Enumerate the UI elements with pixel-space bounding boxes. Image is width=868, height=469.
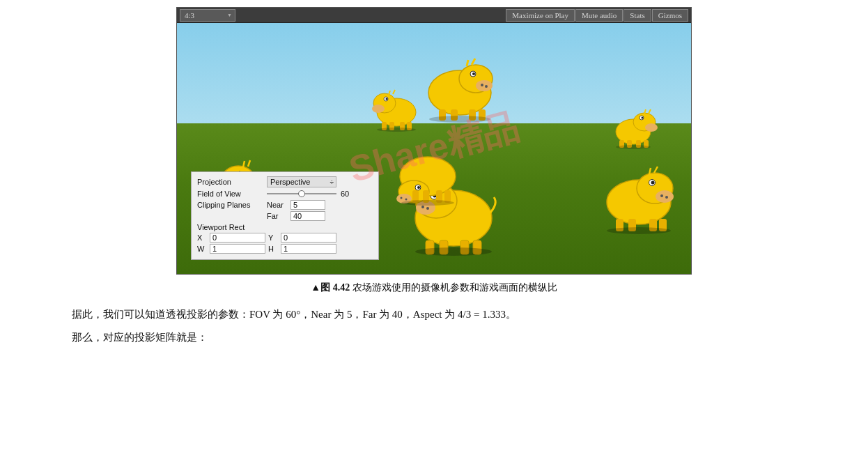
svg-point-28 — [429, 116, 490, 123]
far-input[interactable]: 40 — [290, 211, 325, 221]
svg-point-69 — [656, 190, 674, 203]
projection-label: Projection — [197, 178, 267, 186]
svg-point-19 — [472, 72, 475, 75]
svg-point-92 — [616, 145, 651, 149]
svg-line-23 — [472, 59, 475, 65]
svg-point-80 — [607, 227, 671, 234]
viewport-xy-row: X 0 Y 0 — [197, 233, 373, 243]
svg-line-87 — [649, 109, 651, 114]
stats-button[interactable]: Stats — [623, 9, 651, 22]
svg-point-48 — [400, 197, 402, 199]
fov-label: Field of View — [197, 190, 267, 198]
svg-point-59 — [386, 98, 388, 100]
svg-point-66 — [377, 128, 416, 132]
gizmos-button[interactable]: Gizmos — [652, 9, 688, 22]
aspect-ratio-dropdown[interactable]: 4:3 — [180, 9, 235, 22]
near-value: 5 — [293, 201, 297, 209]
svg-point-20 — [481, 84, 483, 86]
viewport-rect-section: Viewport Rect X 0 Y 0 W — [197, 223, 373, 254]
animal-right — [600, 159, 677, 232]
far-value: 40 — [293, 212, 302, 220]
near-input[interactable]: 5 — [290, 200, 325, 210]
svg-point-57 — [372, 105, 385, 113]
viewport-wh-row: W 1 H 1 — [197, 244, 373, 254]
svg-point-85 — [642, 117, 644, 119]
y-input[interactable]: 0 — [281, 233, 336, 243]
animal-center-mid — [393, 141, 463, 204]
w-value: 1 — [212, 245, 217, 253]
svg-point-5 — [421, 206, 424, 208]
x-input[interactable]: 0 — [210, 233, 265, 243]
clipping-label: Clipping Planes — [197, 201, 267, 209]
animal-far-right — [611, 107, 656, 148]
y-label: Y — [268, 233, 278, 242]
caption-prefix: ▲图 4.42 — [311, 282, 350, 293]
fov-slider[interactable] — [267, 190, 336, 198]
aspect-ratio-value: 4:3 — [185, 11, 194, 20]
projection-row: Projection Perspective — [197, 176, 373, 187]
toolbar-right: Maximize on Play Mute audio Stats Gizmos — [506, 9, 688, 22]
svg-point-83 — [645, 123, 658, 132]
w-input[interactable]: 1 — [210, 244, 265, 254]
svg-line-60 — [389, 91, 390, 95]
h-label: H — [268, 245, 278, 253]
figure-caption: ▲图 4.42 农场游戏使用的摄像机参数和游戏画面的横纵比 — [311, 282, 557, 294]
svg-line-37 — [248, 160, 250, 167]
fov-value: 60 — [341, 190, 355, 198]
paragraph-2: 那么，对应的投影矩阵就是： — [51, 328, 817, 347]
mute-audio-button[interactable]: Mute audio — [575, 9, 623, 22]
clipping-section: Clipping Planes Near 5 Far 40 — [197, 200, 373, 221]
maximize-on-play-button[interactable]: Maximize on Play — [506, 9, 575, 22]
unity-editor-window: 4:3 Maximize on Play Mute audio Stats Gi… — [176, 7, 692, 275]
y-value: 0 — [284, 233, 288, 242]
svg-point-72 — [660, 194, 663, 197]
slider-track — [267, 193, 336, 194]
svg-point-47 — [417, 186, 420, 189]
viewport-rect-title: Viewport Rect — [197, 223, 373, 231]
projection-value: Perspective — [270, 178, 310, 186]
paragraph-1: 据此，我们可以知道透视投影的参数：FOV 为 60°，Near 为 5，Far … — [51, 305, 817, 324]
svg-line-22 — [467, 60, 468, 66]
far-label: Far — [267, 212, 290, 220]
projection-dropdown[interactable]: Perspective — [267, 176, 336, 187]
game-viewport: Share精品 — [177, 23, 691, 274]
animal-center-top — [421, 51, 498, 121]
svg-point-6 — [426, 207, 429, 210]
caption-text: 农场游戏使用的摄像机参数和游戏画面的横纵比 — [352, 282, 557, 293]
slider-handle — [298, 190, 305, 197]
animal-far-center — [372, 86, 421, 131]
svg-line-75 — [654, 167, 658, 173]
page-content: 4:3 Maximize on Play Mute audio Stats Gi… — [51, 7, 817, 351]
clipping-far-row: Far 40 — [197, 211, 373, 221]
svg-point-17 — [476, 80, 493, 91]
svg-point-21 — [485, 85, 488, 88]
x-value: 0 — [212, 233, 217, 242]
svg-point-73 — [665, 196, 668, 199]
h-value: 1 — [284, 245, 288, 253]
toolbar-left: 4:3 — [180, 9, 235, 22]
svg-line-61 — [393, 90, 395, 94]
w-label: W — [197, 245, 207, 253]
unity-toolbar: 4:3 Maximize on Play Mute audio Stats Gi… — [177, 8, 691, 23]
h-input[interactable]: 1 — [281, 244, 336, 254]
clipping-near-row: Clipping Planes Near 5 — [197, 200, 373, 210]
fov-row: Field of View 60 — [197, 190, 373, 198]
camera-settings-panel: Projection Perspective Field of View 60 — [191, 171, 379, 260]
svg-point-54 — [401, 200, 454, 206]
x-label: X — [197, 233, 207, 242]
svg-point-14 — [415, 247, 492, 256]
near-label: Near — [267, 201, 290, 209]
svg-point-71 — [651, 181, 655, 185]
svg-point-49 — [405, 199, 407, 201]
